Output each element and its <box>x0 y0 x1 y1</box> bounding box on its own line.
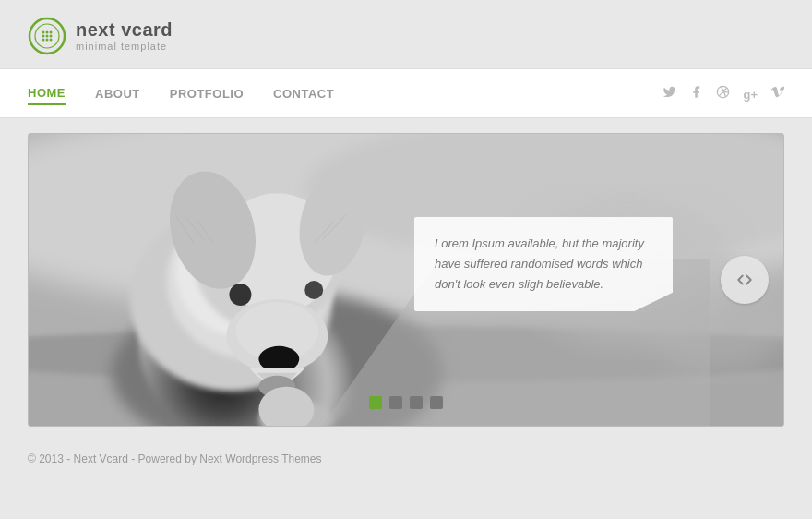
svg-point-30 <box>229 284 251 306</box>
nav-about[interactable]: ABOUT <box>95 83 140 104</box>
nav-social: g+ <box>663 85 784 102</box>
svg-point-5 <box>42 35 45 38</box>
logo-icon <box>28 17 66 55</box>
slider-dot-1[interactable] <box>369 396 382 409</box>
svg-point-10 <box>50 39 53 42</box>
nav-portfolio[interactable]: PROTFOLIO <box>170 83 244 104</box>
slider: Lorem Ipsum available, but the majority … <box>28 133 784 427</box>
slider-next-button[interactable] <box>721 256 769 304</box>
slider-dot-4[interactable] <box>430 396 443 409</box>
footer: © 2013 - Next Vcard - Powered by Next Wo… <box>0 440 812 478</box>
svg-point-3 <box>46 31 49 34</box>
logo[interactable]: next vcard minimal template <box>28 17 173 55</box>
svg-point-6 <box>46 35 49 38</box>
svg-point-4 <box>50 31 53 34</box>
nav-links: HOME ABOUT PROTFOLIO CONTACT <box>28 82 663 105</box>
svg-point-8 <box>42 39 45 42</box>
logo-text: next vcard minimal template <box>76 18 173 53</box>
footer-text: © 2013 - Next Vcard - Powered by Next Wo… <box>28 453 322 465</box>
dribbble-icon[interactable] <box>716 85 730 102</box>
facebook-icon[interactable] <box>689 85 703 102</box>
chevron-right-icon <box>736 272 753 288</box>
nav-home[interactable]: HOME <box>28 82 66 105</box>
slider-dot-3[interactable] <box>410 396 423 409</box>
slider-dots <box>369 396 443 409</box>
svg-point-7 <box>50 35 53 38</box>
logo-title: next vcard <box>76 18 173 41</box>
svg-point-2 <box>42 31 45 34</box>
header: next vcard minimal template <box>0 0 812 68</box>
logo-subtitle: minimal template <box>76 41 173 53</box>
googleplus-icon[interactable]: g+ <box>743 86 758 102</box>
slider-dot-2[interactable] <box>389 396 402 409</box>
callout-text: Lorem Ipsum available, but the majority … <box>435 236 644 291</box>
svg-point-28 <box>258 346 299 372</box>
twitter-icon[interactable] <box>663 85 676 102</box>
callout-box: Lorem Ipsum available, but the majority … <box>414 217 673 311</box>
main-content: Lorem Ipsum available, but the majority … <box>0 118 812 440</box>
svg-point-31 <box>304 281 323 299</box>
navbar: HOME ABOUT PROTFOLIO CONTACT g+ <box>0 68 812 118</box>
nav-contact[interactable]: CONTACT <box>273 83 334 104</box>
svg-point-9 <box>46 39 49 42</box>
vimeo-icon[interactable] <box>770 85 784 102</box>
